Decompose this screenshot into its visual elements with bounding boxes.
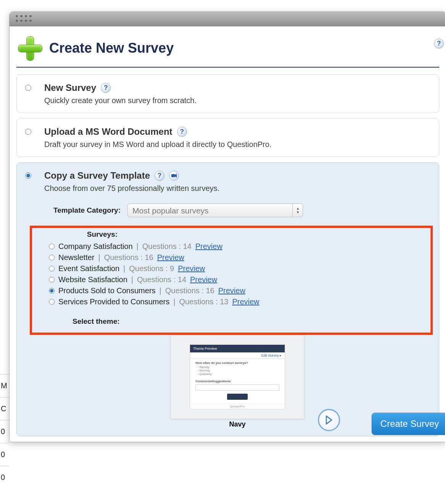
- separator: |: [160, 286, 161, 295]
- option-new-survey[interactable]: New Survey ? Quickly create your own sur…: [16, 74, 439, 113]
- header-divider: [16, 67, 439, 68]
- option-new-survey-title: New Survey: [44, 82, 96, 93]
- survey-radio[interactable]: [49, 277, 55, 283]
- create-survey-modal: Create New Survey ? New Survey ? Quickly…: [9, 11, 445, 442]
- survey-question-count: Questions : 9: [129, 264, 174, 273]
- survey-name: Event Satisfaction: [58, 264, 119, 273]
- survey-radio[interactable]: [49, 266, 55, 271]
- page-header: Create New Survey: [16, 35, 439, 67]
- option-copy-template[interactable]: Copy a Survey Template ? Choose from ove…: [16, 162, 439, 436]
- survey-question-count: Questions : 16: [165, 286, 214, 295]
- survey-preview-link[interactable]: Preview: [178, 264, 205, 273]
- option-copy-template-title: Copy a Survey Template: [44, 170, 150, 181]
- theme-name: Navy: [171, 420, 304, 428]
- option-copy-template-desc: Choose from over 75 professionally writt…: [44, 184, 430, 193]
- thumb-header: Theme Preview: [190, 345, 285, 352]
- separator: |: [173, 297, 175, 306]
- separator: |: [123, 264, 125, 273]
- template-category-select[interactable]: Most popular surveys: [127, 204, 303, 217]
- create-survey-button[interactable]: Create Survey: [372, 413, 445, 435]
- help-icon[interactable]: ?: [155, 171, 164, 181]
- option-upload-word-radio[interactable]: [25, 129, 31, 135]
- option-new-survey-radio[interactable]: [25, 85, 31, 91]
- modal-titlebar[interactable]: [10, 12, 445, 26]
- surveys-label: Surveys:: [41, 230, 118, 239]
- video-icon[interactable]: [169, 171, 179, 181]
- survey-name: Services Provided to Consumers: [58, 297, 169, 306]
- next-theme-button[interactable]: [318, 409, 340, 431]
- thumb-edit-link: Edit Survey ▸: [190, 352, 285, 359]
- survey-radio[interactable]: [49, 299, 55, 305]
- survey-row: Products Sold to Consumers | Questions :…: [49, 285, 426, 296]
- surveys-highlight-region: Surveys: Company Satisfaction | Question…: [30, 226, 433, 335]
- svg-rect-0: [171, 174, 175, 177]
- survey-list: Company Satisfaction | Questions : 14 Pr…: [47, 241, 426, 307]
- help-icon[interactable]: ?: [177, 127, 187, 137]
- survey-question-count: Questions : 16: [104, 253, 153, 262]
- thumb-question: How often do you conduct surveys?: [190, 359, 285, 365]
- option-upload-word-title: Upload a MS Word Document: [44, 126, 173, 137]
- survey-name: Website Satisfaction: [58, 275, 127, 284]
- option-copy-template-radio[interactable]: [25, 173, 31, 179]
- survey-row: Event Satisfaction | Questions : 9 Previ…: [49, 263, 426, 274]
- thumb-comments-label: Comments/Suggestions:: [190, 378, 285, 384]
- option-upload-word[interactable]: Upload a MS Word Document ? Draft your s…: [16, 118, 439, 157]
- option-upload-word-desc: Draft your survey in MS Word and upload …: [44, 140, 430, 149]
- help-icon[interactable]: ?: [101, 83, 111, 93]
- survey-row: Services Provided to Consumers | Questio…: [49, 296, 426, 307]
- page-title: Create New Survey: [49, 40, 174, 56]
- thumb-options: Weekly Monthly Quarterly: [190, 365, 285, 378]
- survey-name: Newsletter: [58, 253, 94, 262]
- survey-question-count: Questions : 13: [179, 297, 228, 306]
- survey-row: Newsletter | Questions : 16 Preview: [49, 252, 426, 263]
- thumb-footer: QuestionPro: [190, 404, 285, 409]
- survey-preview-link[interactable]: Preview: [195, 242, 222, 251]
- option-new-survey-desc: Quickly create your own survey from scra…: [44, 96, 430, 105]
- survey-preview-link[interactable]: Preview: [232, 297, 259, 306]
- survey-radio[interactable]: [49, 255, 55, 260]
- survey-question-count: Questions : 14: [137, 275, 186, 284]
- separator: |: [98, 253, 100, 262]
- select-theme-label: Select theme:: [73, 315, 120, 326]
- survey-row: Company Satisfaction | Questions : 14 Pr…: [49, 241, 426, 252]
- survey-preview-link[interactable]: Preview: [190, 275, 217, 284]
- survey-radio[interactable]: [49, 288, 55, 294]
- plus-icon: [16, 35, 43, 61]
- separator: |: [131, 275, 133, 284]
- thumb-textarea: [195, 384, 279, 391]
- survey-preview-link[interactable]: Preview: [157, 253, 184, 262]
- survey-radio[interactable]: [49, 244, 55, 249]
- theme-thumbnail: Theme Preview Edit Survey ▸ How often do…: [171, 335, 304, 419]
- thumb-continue-button: [227, 394, 248, 400]
- survey-question-count: Questions : 14: [142, 242, 192, 251]
- survey-name: Company Satisfaction: [58, 242, 133, 251]
- theme-preview[interactable]: Theme Preview Edit Survey ▸ How often do…: [171, 335, 304, 428]
- survey-row: Website Satisfaction | Questions : 14 Pr…: [49, 274, 426, 285]
- survey-name: Products Sold to Consumers: [58, 286, 156, 295]
- background-left-column: M C 0 0 0: [0, 374, 9, 489]
- template-category-label: Template Category:: [44, 206, 121, 215]
- survey-preview-link[interactable]: Preview: [218, 286, 245, 295]
- help-icon[interactable]: ?: [434, 39, 444, 48]
- window-grip-icon: [16, 15, 32, 23]
- separator: |: [137, 242, 139, 251]
